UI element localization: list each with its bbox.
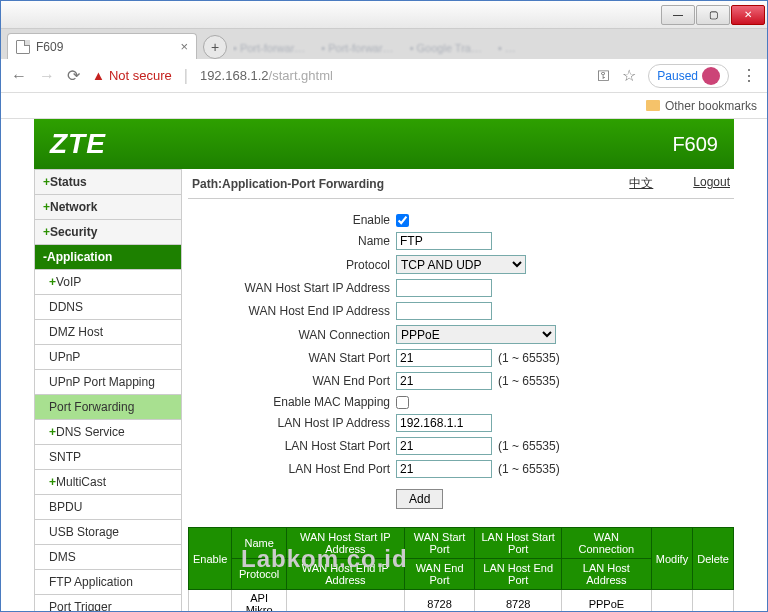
mac-map-label: Enable MAC Mapping bbox=[188, 395, 396, 409]
th-wan-start-port: WAN Start Port bbox=[404, 528, 475, 559]
star-icon[interactable]: ☆ bbox=[622, 66, 636, 85]
sidebar-item-ftp-application[interactable]: FTP Application bbox=[34, 570, 182, 595]
sidebar-top-security[interactable]: +Security bbox=[34, 220, 182, 245]
tab-title: F609 bbox=[36, 40, 63, 54]
rules-table: Enable Name WAN Host Start IP Address WA… bbox=[188, 527, 734, 611]
file-icon bbox=[16, 40, 30, 54]
th-modify: Modify bbox=[651, 528, 692, 590]
port-hint: (1 ~ 65535) bbox=[498, 439, 560, 453]
name-input[interactable] bbox=[396, 232, 492, 250]
wan-end-ip-input[interactable] bbox=[396, 302, 492, 320]
language-link[interactable]: 中文 bbox=[629, 175, 653, 192]
tab-close-icon[interactable]: × bbox=[180, 39, 188, 54]
lan-start-port-label: LAN Host Start Port bbox=[188, 439, 396, 453]
th-lan-addr: LAN Host Address bbox=[561, 559, 651, 590]
th-enable: Enable bbox=[189, 528, 232, 590]
th-lan-start-port: LAN Host Start Port bbox=[475, 528, 562, 559]
breadcrumb: Path:Application-Port Forwarding bbox=[192, 177, 384, 191]
sidebar-item-bpdu[interactable]: BPDU bbox=[34, 495, 182, 520]
security-indicator[interactable]: ▲ Not secure bbox=[92, 68, 172, 83]
port-hint: (1 ~ 65535) bbox=[498, 462, 560, 476]
th-delete: Delete bbox=[693, 528, 734, 590]
wan-end-port-label: WAN End Port bbox=[188, 374, 396, 388]
th-wan-conn: WAN Connection bbox=[561, 528, 651, 559]
profile-paused[interactable]: Paused bbox=[648, 64, 729, 88]
th-lan-end-port: LAN Host End Port bbox=[475, 559, 562, 590]
wan-start-ip-label: WAN Host Start IP Address bbox=[188, 281, 396, 295]
wan-end-ip-label: WAN Host End IP Address bbox=[188, 304, 396, 318]
port-forwarding-form: Enable Name ProtocolTCP AND UDP WAN Host… bbox=[188, 213, 734, 509]
sidebar-item-usb-storage[interactable]: USB Storage bbox=[34, 520, 182, 545]
lan-ip-label: LAN Host IP Address bbox=[188, 416, 396, 430]
browser-tab-active[interactable]: F609 × bbox=[7, 33, 197, 59]
page-viewport: ZTE F609 +Status+Network+Security-Applic… bbox=[1, 119, 767, 611]
mac-map-checkbox[interactable] bbox=[396, 396, 409, 409]
browser-tabstrip: F609 × + • Port-forwar… • Port-forwar… •… bbox=[1, 29, 767, 59]
sidebar-item-multicast[interactable]: +MultiCast bbox=[34, 470, 182, 495]
th-wan-end-port: WAN End Port bbox=[404, 559, 475, 590]
key-icon[interactable]: ⚿ bbox=[597, 68, 610, 83]
sidebar-item-voip[interactable]: +VoIP bbox=[34, 270, 182, 295]
warning-icon: ▲ bbox=[92, 68, 105, 83]
folder-icon bbox=[646, 100, 660, 111]
sidebar-item-upnp-port-mapping[interactable]: UPnP Port Mapping bbox=[34, 370, 182, 395]
model-label: F609 bbox=[672, 133, 718, 156]
content-area: Path:Application-Port Forwarding 中文 Logo… bbox=[182, 169, 734, 611]
logout-link[interactable]: Logout bbox=[693, 175, 730, 192]
window-close-button[interactable]: ✕ bbox=[731, 5, 765, 25]
lan-start-port-input[interactable] bbox=[396, 437, 492, 455]
protocol-select[interactable]: TCP AND UDP bbox=[396, 255, 526, 274]
url-display[interactable]: 192.168.1.2/start.ghtml bbox=[200, 68, 333, 83]
th-protocol: Protocol bbox=[232, 559, 287, 590]
breadcrumb-row: Path:Application-Port Forwarding 中文 Logo… bbox=[188, 169, 734, 199]
menu-button[interactable]: ⋮ bbox=[741, 66, 757, 85]
sidebar-item-port-forwarding[interactable]: Port Forwarding bbox=[34, 395, 182, 420]
lan-end-port-label: LAN Host End Port bbox=[188, 462, 396, 476]
wan-conn-label: WAN Connection bbox=[188, 328, 396, 342]
th-wan-start-ip: WAN Host Start IP Address bbox=[287, 528, 405, 559]
bookmark-other[interactable]: Other bookmarks bbox=[665, 99, 757, 113]
sidebar: +Status+Network+Security-Application+VoI… bbox=[34, 169, 182, 611]
wan-end-port-input[interactable] bbox=[396, 372, 492, 390]
wan-start-port-label: WAN Start Port bbox=[188, 351, 396, 365]
sidebar-top-application[interactable]: -Application bbox=[34, 245, 182, 270]
wan-conn-select[interactable]: PPPoE bbox=[396, 325, 556, 344]
th-name: Name bbox=[232, 528, 287, 559]
enable-label: Enable bbox=[188, 213, 396, 227]
background-tabs: • Port-forwar… • Port-forwar… • Google T… bbox=[233, 37, 761, 59]
back-button[interactable]: ← bbox=[11, 67, 27, 85]
protocol-label: Protocol bbox=[188, 258, 396, 272]
sidebar-item-dms[interactable]: DMS bbox=[34, 545, 182, 570]
avatar-icon bbox=[702, 67, 720, 85]
table-row: API Mikro 8728 8728 PPPoE bbox=[189, 590, 734, 612]
wan-start-port-input[interactable] bbox=[396, 349, 492, 367]
router-header: ZTE F609 bbox=[34, 119, 734, 169]
sidebar-item-port-trigger[interactable]: Port Trigger bbox=[34, 595, 182, 611]
lan-ip-input[interactable] bbox=[396, 414, 492, 432]
forward-button[interactable]: → bbox=[39, 67, 55, 85]
zte-logo: ZTE bbox=[50, 128, 106, 160]
port-hint: (1 ~ 65535) bbox=[498, 374, 560, 388]
bookmarks-bar: Other bookmarks bbox=[1, 93, 767, 119]
th-wan-end-ip: WAN Host End IP Address bbox=[287, 559, 405, 590]
sidebar-item-ddns[interactable]: DDNS bbox=[34, 295, 182, 320]
port-hint: (1 ~ 65535) bbox=[498, 351, 560, 365]
sidebar-top-status[interactable]: +Status bbox=[34, 169, 182, 195]
browser-toolbar: ← → ⟳ ▲ Not secure | 192.168.1.2/start.g… bbox=[1, 59, 767, 93]
enable-checkbox[interactable] bbox=[396, 214, 409, 227]
sidebar-item-dmz-host[interactable]: DMZ Host bbox=[34, 320, 182, 345]
window-minimize-button[interactable]: — bbox=[661, 5, 695, 25]
sidebar-item-upnp[interactable]: UPnP bbox=[34, 345, 182, 370]
reload-button[interactable]: ⟳ bbox=[67, 66, 80, 85]
sidebar-top-network[interactable]: +Network bbox=[34, 195, 182, 220]
window-maximize-button[interactable]: ▢ bbox=[696, 5, 730, 25]
sidebar-item-dns-service[interactable]: +DNS Service bbox=[34, 420, 182, 445]
add-button[interactable]: Add bbox=[396, 489, 443, 509]
window-titlebar: — ▢ ✕ bbox=[1, 1, 767, 29]
lan-end-port-input[interactable] bbox=[396, 460, 492, 478]
name-label: Name bbox=[188, 234, 396, 248]
wan-start-ip-input[interactable] bbox=[396, 279, 492, 297]
sidebar-item-sntp[interactable]: SNTP bbox=[34, 445, 182, 470]
new-tab-button[interactable]: + bbox=[203, 35, 227, 59]
